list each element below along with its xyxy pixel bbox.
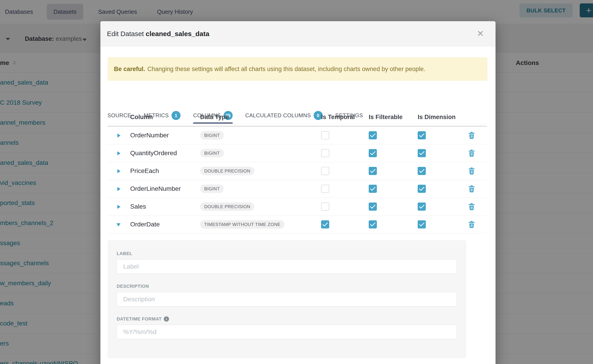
field-label: LABEL <box>117 251 457 274</box>
field-label: LABEL <box>117 251 457 256</box>
field-description: DESCRIPTION <box>117 284 457 306</box>
is-dimension-checkbox[interactable] <box>418 167 426 175</box>
close-icon[interactable]: ✕ <box>477 21 484 46</box>
datetime-format-input[interactable] <box>117 325 457 339</box>
is-filterable-header: Is Filterable <box>369 114 402 121</box>
column-detail-panel: LABELDESCRIPTIONDATETIME FORMATi <box>108 240 466 358</box>
is-temporal-checkbox[interactable] <box>321 202 329 211</box>
column-row-orderlinenumber: OrderLineNumberBIGINT <box>107 180 487 198</box>
delete-column-icon[interactable] <box>468 167 475 176</box>
warning-banner: Be careful. Changing these settings will… <box>108 57 488 81</box>
delete-column-icon[interactable] <box>468 185 475 193</box>
data-type-badge: DOUBLE PRECISION <box>200 167 254 175</box>
expand-caret-icon[interactable] <box>117 151 120 155</box>
is-dimension-checkbox[interactable] <box>418 131 426 139</box>
column-row-ordernumber: OrderNumberBIGINT <box>107 127 487 144</box>
is-filterable-checkbox[interactable] <box>369 220 377 228</box>
column-header: Column <box>130 114 153 121</box>
column-name: QuantityOrdered <box>130 150 177 157</box>
field-label-text: DATETIME FORMAT <box>117 316 162 322</box>
delete-column-icon[interactable] <box>468 150 475 158</box>
expand-caret-icon[interactable] <box>117 134 120 137</box>
is-filterable-checkbox[interactable] <box>369 202 377 211</box>
edit-dataset-modal: Edit Dataset cleaned_sales_data ✕ Be car… <box>100 21 495 364</box>
modal-title: Edit Dataset cleaned_sales_data <box>107 21 209 46</box>
column-name: PriceEach <box>130 167 159 175</box>
field-label-text: LABEL <box>117 251 132 256</box>
column-row-orderdate: OrderDateTIMESTAMP WITHOUT TIME ZONE <box>107 216 487 234</box>
modal-header: Edit Dataset cleaned_sales_data ✕ <box>100 21 495 46</box>
collapse-caret-icon[interactable] <box>116 223 120 227</box>
columns-table-header: Column Data Type Is Temporal Is Filterab… <box>107 110 487 127</box>
is-dimension-header: Is Dimension <box>418 114 455 121</box>
is-temporal-checkbox[interactable] <box>321 185 329 193</box>
is-filterable-checkbox[interactable] <box>369 131 377 139</box>
data-type-badge: TIMESTAMP WITHOUT TIME ZONE <box>200 220 284 229</box>
data-type-badge: BIGINT <box>200 184 224 193</box>
expand-caret-icon[interactable] <box>117 187 120 191</box>
expand-caret-icon[interactable] <box>117 205 120 209</box>
modal-title-prefix: Edit Dataset <box>107 30 144 38</box>
delete-column-icon[interactable] <box>468 203 475 211</box>
is-temporal-checkbox[interactable] <box>321 131 329 139</box>
is-temporal-checkbox[interactable] <box>321 167 329 175</box>
data-type-badge: DOUBLE PRECISION <box>200 202 254 211</box>
field-label: DESCRIPTION <box>117 284 457 289</box>
label-input[interactable] <box>117 259 457 274</box>
is-temporal-checkbox[interactable] <box>321 220 329 228</box>
column-row-quantityordered: QuantityOrderedBIGINT <box>107 144 487 162</box>
is-temporal-header: Is Temporal <box>321 114 355 121</box>
is-filterable-checkbox[interactable] <box>369 167 377 175</box>
column-name: OrderNumber <box>130 132 169 139</box>
columns-table-body: OrderNumberBIGINTQuantityOrderedBIGINTPr… <box>107 127 487 234</box>
is-temporal-checkbox[interactable] <box>321 149 329 157</box>
delete-column-icon[interactable] <box>468 221 475 229</box>
field-label-text: DESCRIPTION <box>117 284 149 289</box>
column-name: OrderDate <box>130 221 160 228</box>
column-row-sales: SalesDOUBLE PRECISION <box>107 198 487 216</box>
data-type-badge: BIGINT <box>200 149 224 157</box>
column-row-priceeach: PriceEachDOUBLE PRECISION <box>107 162 487 180</box>
modal-title-dataset-name: cleaned_sales_data <box>146 30 209 38</box>
data-type-header: Data Type <box>200 114 229 121</box>
info-icon[interactable]: i <box>164 316 169 322</box>
description-input[interactable] <box>117 292 457 306</box>
is-filterable-checkbox[interactable] <box>369 149 377 157</box>
is-filterable-checkbox[interactable] <box>369 185 377 193</box>
is-dimension-checkbox[interactable] <box>418 202 426 211</box>
expand-caret-icon[interactable] <box>117 169 120 173</box>
field-datetime-format: DATETIME FORMATi <box>117 316 457 339</box>
warning-banner-bold: Be careful. <box>114 66 145 73</box>
data-type-badge: BIGINT <box>200 131 224 140</box>
field-label: DATETIME FORMATi <box>117 316 457 322</box>
is-dimension-checkbox[interactable] <box>418 149 426 157</box>
superset-datasets-page: DatabasesDatasetsSaved QueriesQuery Hist… <box>0 0 593 364</box>
warning-banner-text: Changing these settings will affect all … <box>147 66 425 73</box>
column-name: OrderLineNumber <box>130 185 181 192</box>
is-dimension-checkbox[interactable] <box>418 220 426 228</box>
is-dimension-checkbox[interactable] <box>418 185 426 193</box>
delete-column-icon[interactable] <box>468 132 475 140</box>
column-name: Sales <box>130 203 146 210</box>
